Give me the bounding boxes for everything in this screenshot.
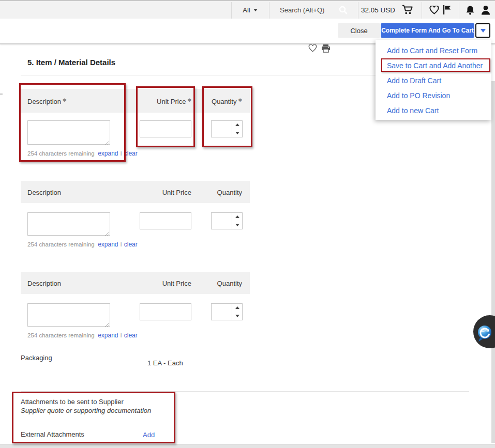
quantity-spinner	[232, 304, 242, 320]
menu-item-add-to-cart-and-reset-form[interactable]: Add to Cart and Reset Form	[376, 43, 491, 58]
expand-link[interactable]: expand	[98, 150, 118, 157]
chevron-up-icon	[235, 123, 239, 126]
spinner-down-button[interactable]	[232, 312, 242, 320]
chat-logo-icon	[477, 325, 492, 343]
divider	[358, 2, 358, 19]
unit-price-input[interactable]	[140, 212, 191, 229]
search-category-label: All	[243, 6, 250, 14]
attachments-divider	[21, 391, 469, 392]
complete-form-go-to-cart-button[interactable]: Complete Form And Go To Cart	[381, 23, 474, 38]
cart-total-amount[interactable]: 32.05 USD	[361, 1, 395, 19]
quantity-input[interactable]	[212, 121, 232, 137]
spinner-up-button[interactable]	[232, 213, 242, 221]
search-icon[interactable]	[339, 6, 348, 17]
description-textarea[interactable]	[27, 303, 110, 327]
attachments-title: Attachments to be sent to Supplier	[21, 398, 124, 406]
menu-item-add-to-new-cart[interactable]: Add to new Cart	[376, 103, 491, 118]
bottom-edge-bar	[0, 444, 495, 448]
spinner-down-button[interactable]	[232, 129, 242, 137]
left-edge-artifact	[0, 94, 3, 95]
chevron-up-icon	[235, 215, 239, 218]
unit-price-input[interactable]	[140, 303, 191, 320]
vertical-scrollbar[interactable]	[491, 81, 495, 443]
print-icon[interactable]	[321, 44, 331, 55]
quantity-stepper	[211, 303, 243, 320]
unit-price-label: Unit Price	[129, 189, 191, 196]
spinner-up-button[interactable]	[232, 121, 242, 129]
divider	[422, 2, 422, 19]
section-title: 5. Item / Material Details	[27, 58, 115, 67]
menu-item-save-to-cart-and-add-another[interactable]: Save to Cart and Add Another	[376, 58, 491, 73]
clear-link[interactable]: clear	[124, 241, 138, 248]
required-asterisk-icon: ✱	[63, 98, 67, 103]
expand-link[interactable]: expand	[98, 332, 118, 339]
description-textarea[interactable]	[27, 212, 110, 236]
top-navigation-bar: All Search (Alt+Q) 32.05 USD	[0, 0, 495, 19]
notifications-bell-icon[interactable]	[466, 1, 475, 19]
quantity-spinner	[232, 121, 242, 137]
favorites-heart-icon[interactable]	[429, 1, 439, 19]
external-attachments-label: External Attachments	[21, 430, 84, 438]
packaging-label: Packaging	[21, 354, 52, 362]
required-asterisk-icon: ✱	[238, 98, 242, 103]
cart-actions-dropdown-button[interactable]	[475, 23, 490, 38]
clear-link[interactable]: clear	[124, 150, 138, 157]
description-label: Description	[27, 189, 61, 196]
search-placeholder: Search (Alt+Q)	[280, 6, 324, 14]
unit-price-input[interactable]	[140, 120, 191, 137]
spinner-down-button[interactable]	[232, 221, 242, 229]
spinner-up-button[interactable]	[232, 304, 242, 312]
search-category-dropdown[interactable]: All	[231, 1, 269, 19]
quantity-stepper	[211, 120, 243, 137]
chevron-down-icon	[235, 224, 239, 226]
characters-remaining: 254 characters remaining expandIclear	[27, 150, 138, 157]
description-label: Description	[27, 280, 61, 287]
quantity-input[interactable]	[212, 304, 232, 320]
chevron-down-icon	[235, 315, 239, 317]
divider	[459, 2, 459, 19]
flag-icon[interactable]	[443, 1, 452, 19]
user-profile-icon[interactable]	[481, 1, 490, 19]
quantity-spinner	[232, 213, 242, 229]
menu-item-add-to-po-revision[interactable]: Add to PO Revision	[376, 88, 491, 103]
close-button[interactable]: Close	[338, 23, 380, 38]
quantity-label: Quantity	[190, 280, 242, 287]
description-label: Description✱	[27, 98, 67, 105]
quantity-label: Quantity	[190, 189, 242, 196]
favorite-form-heart-icon[interactable]	[308, 44, 317, 54]
characters-remaining: 254 characters remaining expandIclear	[27, 332, 138, 339]
chevron-down-icon	[235, 132, 239, 134]
chevron-up-icon	[235, 306, 239, 309]
cart-actions-menu: Add to Cart and Reset Form Save to Cart …	[376, 40, 491, 120]
characters-remaining: 254 characters remaining expandIclear	[27, 241, 138, 248]
clear-link[interactable]: clear	[124, 332, 138, 339]
expand-link[interactable]: expand	[98, 241, 118, 248]
divider	[269, 2, 269, 19]
attachments-subtitle: Supplier quote or supporting documentati…	[21, 407, 151, 414]
quantity-stepper	[211, 212, 243, 229]
chat-support-widget[interactable]	[473, 315, 495, 348]
unit-price-label: Unit Price✱	[129, 98, 191, 105]
unit-price-label: Unit Price	[129, 280, 191, 287]
description-textarea[interactable]	[27, 120, 110, 145]
add-attachment-link[interactable]: Add	[143, 431, 155, 439]
menu-item-add-to-draft-cart[interactable]: Add to Draft Cart	[376, 73, 491, 88]
packaging-value: 1 EA - Each	[147, 359, 183, 367]
shopping-cart-icon[interactable]	[402, 1, 413, 19]
quantity-label: Quantity✱	[190, 98, 242, 105]
app-window: All Search (Alt+Q) 32.05 USD	[0, 0, 495, 448]
quantity-input[interactable]	[212, 213, 232, 229]
chevron-down-icon	[481, 29, 486, 33]
chevron-down-icon	[253, 9, 258, 11]
